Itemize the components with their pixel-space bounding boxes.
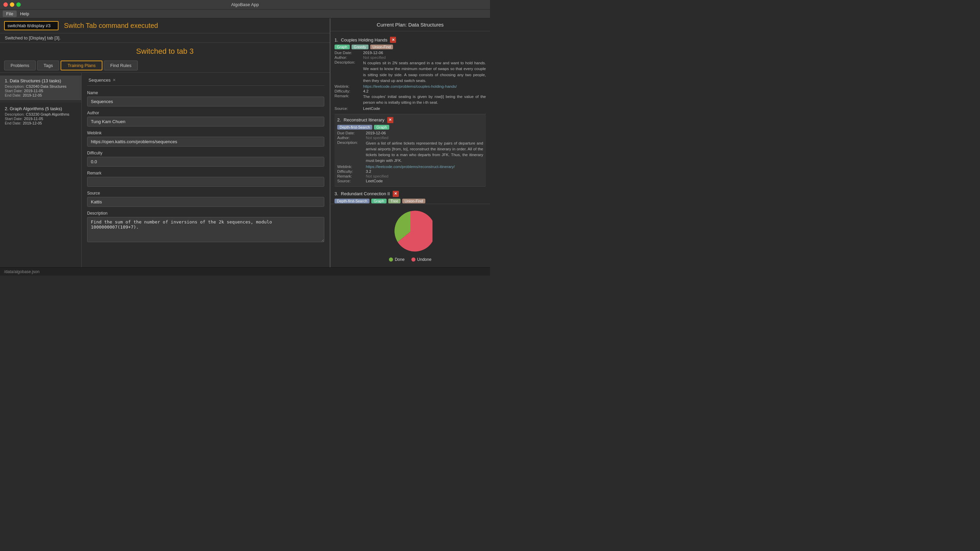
problem-1-author-val: Not specified: [363, 56, 385, 60]
plan-1-end-value: 2019-12-05: [23, 93, 42, 97]
form-author-group: Author: [87, 111, 324, 127]
plan-1-start-label: Start Date:: [5, 89, 23, 93]
problem-1-difficulty: Difficulty: 4.2: [334, 89, 486, 93]
form-remark-input[interactable]: [87, 177, 324, 187]
form-description-label: Description: [87, 211, 324, 216]
problem-2-desc-val: Given a list of airline tickets represen…: [366, 140, 483, 164]
problem-card-2: 2. Reconstruct Itinerary ✕ Depth-first-S…: [334, 114, 486, 187]
undone-label: Undone: [417, 257, 431, 262]
maximize-button[interactable]: [16, 2, 21, 7]
tag-graph-2[interactable]: Graph: [374, 125, 389, 130]
tab-tags[interactable]: Tags: [37, 60, 59, 70]
chart-area: Done Undone: [331, 204, 490, 267]
form-name-input[interactable]: [87, 97, 324, 106]
plan-2-start-row: Start Date: 2019-11-05: [5, 117, 76, 121]
plan-2-end-value: 2019-12-05: [23, 121, 42, 125]
tag-tree-3[interactable]: Tree: [388, 198, 401, 203]
tag-unionfind-3[interactable]: Union-Find: [402, 198, 425, 203]
close-button[interactable]: [3, 2, 8, 7]
legend-undone: Undone: [411, 257, 431, 262]
tab-problems[interactable]: Problems: [4, 60, 36, 70]
menu-file[interactable]: File: [3, 11, 17, 17]
problem-2-weblink: Weblink: https://leetcode.com/problems/r…: [337, 165, 483, 169]
problem-2-delete-btn[interactable]: ✕: [387, 117, 393, 123]
tab-training-plans[interactable]: Training Plans: [60, 60, 102, 70]
menu-help[interactable]: Help: [17, 11, 33, 17]
problem-2-author-val: Not specified: [366, 136, 388, 140]
plan-2-desc-row: Description: CS3230 Graph Algorithms: [5, 112, 76, 116]
chart-legend: Done Undone: [389, 257, 431, 262]
form-weblink-group: Weblink: [87, 130, 324, 147]
detail-tab-close-icon[interactable]: ✕: [113, 78, 116, 82]
form-name-label: Name: [87, 91, 324, 95]
problem-2-remark-val: Not specified: [366, 174, 388, 178]
right-panel: Current Plan: Data Structures 1. Couples…: [330, 18, 490, 267]
problem-2-difficulty: Difficulty: 3.2: [337, 169, 483, 173]
problem-2-tags: Depth-first-Search Graph: [337, 125, 483, 130]
form-name-group: Name: [87, 91, 324, 106]
problem-1-weblink-val[interactable]: https://leetcode.com/problems/couples-ho…: [363, 84, 457, 89]
command-input[interactable]: [4, 21, 59, 30]
tag-graph-3[interactable]: Graph: [371, 198, 387, 203]
form-weblink-label: Weblink: [87, 130, 324, 135]
left-panel: Switch Tab command executed Switched to …: [0, 18, 330, 267]
titlebar: AlgoBase App: [0, 0, 490, 10]
problem-1-remark-val: The couples' initial seating is given by…: [363, 94, 486, 106]
problem-1-desc-row: Description: N couples sit in 2N seats a…: [334, 60, 486, 84]
form-weblink-input[interactable]: [87, 137, 324, 147]
problem-1-delete-btn[interactable]: ✕: [390, 37, 396, 43]
form-source-input[interactable]: [87, 197, 324, 207]
form-author-input[interactable]: [87, 117, 324, 127]
problem-1-due-val: 2019-12-06: [363, 51, 383, 55]
detail-panel: Sequences ✕ Name Author Weblink: [82, 73, 330, 267]
undone-dot: [411, 257, 415, 262]
plan-1-end-row: End Date: 2019-12-05: [5, 93, 76, 97]
right-content: 1. Couples Holding Hands ✕ Graph Greedy …: [331, 31, 490, 204]
form-source-label: Source: [87, 191, 324, 195]
minimize-button[interactable]: [10, 2, 14, 7]
command-result: Switch Tab command executed: [64, 22, 158, 30]
plan-1-title: 1. Data Structures (13 tasks): [5, 78, 76, 83]
problem-card-3: 3. Redundant Connection II ✕ Depth-first…: [334, 188, 486, 204]
form-remark-group: Remark: [87, 171, 324, 187]
problem-2-due-val: 2019-12-06: [366, 131, 386, 135]
tag-greedy-1[interactable]: Greedy: [352, 44, 369, 49]
problem-2-name: Reconstruct Itinerary: [344, 118, 385, 122]
problem-1-num: 1.: [334, 37, 338, 43]
problem-2-remark: Remark: Not specified: [337, 174, 483, 178]
plan-1-desc-row: Description: CS2040 Data Structures: [5, 84, 76, 89]
problem-2-source-val: LeetCode: [366, 179, 383, 183]
tag-dfs-2[interactable]: Depth-first-Search: [337, 125, 372, 130]
problem-2-num: 2.: [337, 118, 341, 122]
plan-1-desc-label: Description:: [5, 84, 24, 89]
plan-item-2[interactable]: 2. Graph Algorithms (5 tasks) Descriptio…: [0, 103, 81, 128]
problem-1-remark: Remark: The couples' initial seating is …: [334, 94, 486, 106]
problem-3-name: Redundant Connection II: [341, 191, 390, 196]
problem-2-weblink-val[interactable]: https://leetcode.com/problems/reconstruc…: [366, 165, 455, 169]
tag-graph-1[interactable]: Graph: [334, 44, 350, 49]
tag-unionfind-1[interactable]: Union-Find: [370, 44, 393, 49]
form-description-group: Description Find the sum of the number o…: [87, 211, 324, 243]
plan-1-end-label: End Date:: [5, 93, 21, 97]
form-difficulty-label: Difficulty: [87, 151, 324, 156]
switched-heading: Switched to tab 3: [0, 43, 330, 59]
problem-card-1: 1. Couples Holding Hands ✕ Graph Greedy …: [334, 34, 486, 114]
problem-1-tags: Graph Greedy Union-Find: [334, 44, 486, 49]
status-message: Switched to [Display] tab [3].: [0, 33, 330, 43]
form-difficulty-input[interactable]: [87, 157, 324, 167]
problem-3-delete-btn[interactable]: ✕: [393, 191, 399, 197]
plan-item-1[interactable]: 1. Data Structures (13 tasks) Descriptio…: [0, 76, 81, 100]
titlebar-buttons: [3, 2, 21, 7]
content-area: 1. Data Structures (13 tasks) Descriptio…: [0, 73, 330, 267]
tag-dfs-3[interactable]: Depth-first-Search: [334, 198, 369, 203]
pie-chart: [388, 210, 433, 254]
form-author-label: Author: [87, 111, 324, 115]
problem-3-num: 3.: [334, 191, 338, 196]
plan-2-end-label: End Date:: [5, 121, 21, 125]
app-title: AlgoBase App: [231, 2, 259, 7]
plan-2-title: 2. Graph Algorithms (5 tasks): [5, 106, 76, 111]
tab-find-rules[interactable]: Find Rules: [104, 60, 138, 70]
form-description-textarea[interactable]: Find the sum of the number of inversions…: [87, 217, 324, 242]
command-bar: Switch Tab command executed: [0, 18, 330, 33]
plan-1-desc-value: CS2040 Data Structures: [26, 84, 66, 89]
